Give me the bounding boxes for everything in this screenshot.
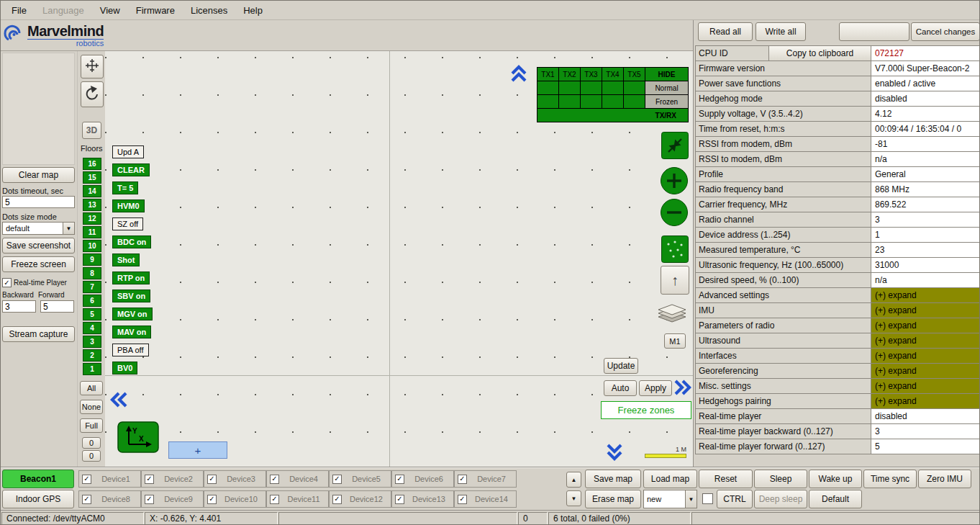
wake-up-button[interactable]: Wake up: [809, 470, 862, 488]
floors-all-button[interactable]: All: [80, 381, 103, 395]
floor-counter-top[interactable]: 0: [82, 437, 101, 449]
beacon1-button[interactable]: Beacon1: [2, 470, 74, 488]
apply-button[interactable]: Apply: [639, 380, 672, 396]
tx-header-tx3[interactable]: TX3: [581, 68, 602, 81]
freeze-zones-button[interactable]: Freeze zones: [601, 401, 691, 419]
forward-input[interactable]: [40, 300, 74, 313]
floor-button-3[interactable]: 3: [83, 336, 101, 348]
floor-button-10[interactable]: 10: [83, 240, 101, 252]
property-value[interactable]: enabled / active: [871, 76, 980, 91]
device-cell-device1[interactable]: ✓Device1: [78, 470, 141, 488]
floor-button-2[interactable]: 2: [83, 349, 101, 362]
tx-header-tx1[interactable]: TX1: [537, 68, 559, 81]
floor-button-14[interactable]: 14: [83, 185, 101, 197]
device-cell-device7[interactable]: ✓Device7: [454, 470, 517, 488]
property-value[interactable]: (+) expand: [871, 318, 980, 333]
menu-item-view[interactable]: View: [92, 2, 128, 19]
floor-button-15[interactable]: 15: [83, 171, 101, 184]
device-cell-device12[interactable]: ✓Device12: [329, 490, 391, 508]
update-map-button[interactable]: Update: [604, 358, 638, 374]
floor-button-1[interactable]: 1: [83, 363, 101, 375]
property-value[interactable]: disabled: [871, 91, 980, 107]
property-value[interactable]: (+) expand: [871, 364, 980, 379]
tx-cell-row1-tx3[interactable]: [581, 81, 602, 95]
pan-right-icon[interactable]: [673, 377, 693, 398]
device-checkbox-device5[interactable]: ✓: [332, 475, 342, 484]
tx-row-label-frozen[interactable]: Frozen: [645, 95, 689, 109]
time-sync-button[interactable]: Time sync: [863, 470, 917, 488]
dots-timeout-input[interactable]: [2, 196, 75, 208]
device-checkbox-device9[interactable]: ✓: [145, 495, 154, 504]
freeze-screen-button[interactable]: Freeze screen: [2, 256, 75, 272]
device-checkbox-device12[interactable]: ✓: [332, 495, 342, 504]
tx-cell-row1-tx2[interactable]: [559, 81, 581, 95]
tx-header-tx4[interactable]: TX4: [602, 68, 624, 81]
device-cell-device2[interactable]: ✓Device2: [141, 470, 204, 488]
map-toggle-hvm0[interactable]: HVM0: [112, 199, 145, 212]
device-checkbox-device1[interactable]: ✓: [82, 475, 91, 484]
cancel-changes-button[interactable]: Cancel changes: [911, 22, 980, 41]
map-select-dropdown[interactable]: new ▼: [643, 490, 697, 508]
device-checkbox-device7[interactable]: ✓: [458, 475, 467, 484]
property-value[interactable]: 00:09:44 / 16:35:04 / 0: [871, 122, 980, 137]
backward-input[interactable]: [2, 300, 36, 313]
tx-cell-row2-tx1[interactable]: [537, 95, 559, 109]
device-cell-device14[interactable]: ✓Device14: [454, 490, 517, 508]
erase-map-button[interactable]: Erase map: [585, 490, 641, 508]
property-value[interactable]: disabled: [871, 409, 980, 424]
move-up-button[interactable]: ↑: [661, 266, 689, 295]
device-cell-device4[interactable]: ✓Device4: [266, 470, 329, 488]
load-map-button[interactable]: Load map: [643, 470, 697, 488]
floor-button-13[interactable]: 13: [83, 199, 101, 211]
property-value[interactable]: (+) expand: [871, 349, 980, 364]
map-toggle-mav-on[interactable]: MAV on: [112, 326, 151, 338]
property-value[interactable]: V7.000i Super-Beacon-2: [871, 61, 980, 76]
default-button[interactable]: Default: [809, 490, 862, 508]
device-scroll-up-button[interactable]: ▲: [566, 472, 581, 488]
copy-to-clipboard-button[interactable]: Copy to clipboard: [769, 46, 871, 61]
property-value[interactable]: 4.12: [871, 107, 980, 122]
dots-size-select[interactable]: default ▼: [2, 222, 75, 235]
clear-map-button[interactable]: Clear map: [2, 167, 75, 183]
floor-button-11[interactable]: 11: [83, 226, 101, 238]
floor-button-9[interactable]: 9: [83, 253, 101, 266]
device-cell-device9[interactable]: ✓Device9: [141, 490, 204, 508]
map-canvas[interactable]: Upd ACLEART= 5HVM0SZ offBDC onShotRTP on…: [105, 51, 693, 467]
property-value[interactable]: 868 MHz: [871, 182, 980, 197]
property-value[interactable]: 3: [871, 212, 980, 228]
property-value[interactable]: General: [871, 167, 980, 182]
property-value[interactable]: (+) expand: [871, 303, 980, 318]
floor-button-4[interactable]: 4: [83, 322, 101, 334]
menu-item-file[interactable]: File: [4, 2, 35, 19]
map-toggle-clear[interactable]: CLEAR: [112, 163, 150, 176]
map-toggle-upd-a[interactable]: Upd A: [112, 145, 144, 158]
save-map-button[interactable]: Save map: [585, 470, 641, 488]
pan-down-icon[interactable]: [604, 442, 625, 462]
tx-cell-row1-tx1[interactable]: [537, 81, 559, 95]
device-checkbox-device2[interactable]: ✓: [145, 475, 154, 484]
floor-counter-bottom[interactable]: 0: [82, 450, 101, 462]
ctrl-checkbox[interactable]: [702, 493, 713, 504]
property-value[interactable]: 1: [871, 228, 980, 243]
pan-up-icon[interactable]: [509, 63, 529, 84]
property-value[interactable]: 23: [871, 243, 980, 258]
device-scroll-down-button[interactable]: ▼: [566, 490, 581, 506]
zero-imu-button[interactable]: Zero IMU: [918, 470, 971, 488]
layers-icon[interactable]: [656, 303, 688, 327]
tx-cell-row1-tx5[interactable]: [624, 81, 645, 95]
property-value[interactable]: (+) expand: [871, 333, 980, 349]
map-toggle-pba-off[interactable]: PBA off: [112, 344, 149, 356]
device-checkbox-device6[interactable]: ✓: [395, 475, 404, 484]
tx-header-tx5[interactable]: TX5: [624, 68, 645, 81]
property-value[interactable]: (+) expand: [871, 288, 980, 303]
map-toggle-shot[interactable]: Shot: [112, 253, 140, 266]
zoom-fit-icon[interactable]: [661, 132, 689, 161]
device-cell-device11[interactable]: ✓Device11: [266, 490, 329, 508]
stream-capture-button[interactable]: Stream capture: [2, 326, 75, 342]
reset-button[interactable]: Reset: [699, 470, 753, 488]
tx-cell-row2-tx2[interactable]: [559, 95, 581, 109]
floors-full-button[interactable]: Full: [80, 418, 103, 433]
property-value[interactable]: (+) expand: [871, 394, 980, 409]
realtime-player-checkbox[interactable]: ✓: [2, 278, 12, 287]
menu-item-licenses[interactable]: Licenses: [183, 2, 235, 19]
